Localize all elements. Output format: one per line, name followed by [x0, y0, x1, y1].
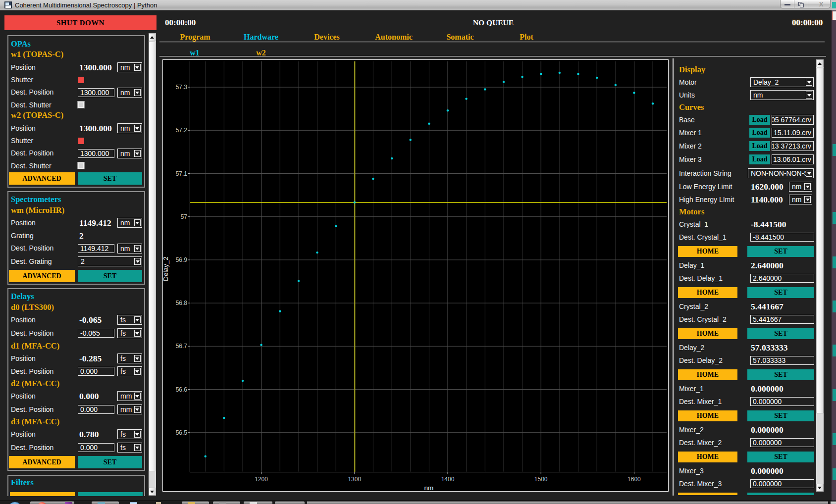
svg-text:1500: 1500: [534, 476, 548, 483]
svg-text:1300: 1300: [348, 476, 361, 483]
svg-text:57: 57: [181, 213, 188, 220]
svg-text:1400: 1400: [441, 476, 455, 483]
svg-text:Delay_2: Delay_2: [162, 256, 169, 281]
svg-text:56.8: 56.8: [176, 300, 188, 306]
svg-text:56.5: 56.5: [176, 429, 188, 436]
svg-text:57.2: 57.2: [176, 127, 188, 134]
svg-text:57.3: 57.3: [176, 84, 188, 91]
svg-text:56.9: 56.9: [176, 256, 188, 263]
svg-text:1600: 1600: [627, 476, 641, 483]
svg-text:57.1: 57.1: [176, 170, 188, 177]
svg-text:nm: nm: [424, 484, 434, 492]
svg-text:1200: 1200: [255, 476, 268, 483]
svg-text:56.7: 56.7: [176, 343, 188, 350]
svg-text:56.6: 56.6: [176, 386, 188, 393]
